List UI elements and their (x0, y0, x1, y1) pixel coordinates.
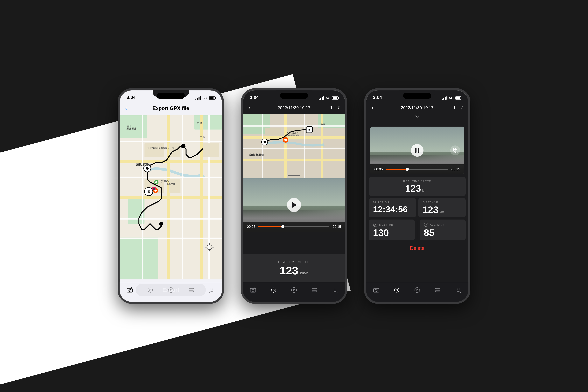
progress-bar-3: 00:05 -00:15 (370, 164, 464, 174)
svg-point-24 (159, 222, 163, 226)
svg-rect-112 (396, 292, 397, 292)
tab-list-3[interactable] (433, 285, 442, 295)
export-icon-3[interactable]: ⬆ (452, 105, 456, 110)
crosshair-icon[interactable] (205, 243, 214, 252)
speed-value-row-2: 123 km/h (280, 265, 308, 276)
svg-rect-118 (436, 290, 440, 290)
video-time-end-2: -00:15 (332, 225, 341, 228)
svg-point-89 (273, 289, 274, 291)
svg-marker-86 (254, 288, 255, 288)
svg-rect-98 (312, 291, 317, 292)
page-title-2: 2022/11/30 10:17 (278, 105, 310, 110)
svg-rect-65 (243, 136, 345, 139)
export-icon-2[interactable]: ⬆ (330, 105, 333, 110)
delete-button-3[interactable]: Delete (410, 245, 424, 251)
play-button-2[interactable] (287, 198, 301, 212)
distance-label-3: DISTANCE (422, 201, 438, 204)
drag-handle-2[interactable] (288, 175, 300, 176)
tab-parking-1[interactable]: P (166, 285, 176, 295)
collapse-button-3[interactable] (366, 114, 468, 120)
max-label-3: Max km/h (379, 223, 393, 226)
header-actions-2: ⬆ ⤴ (330, 105, 340, 110)
svg-rect-60 (189, 291, 194, 292)
svg-rect-71 (262, 114, 263, 178)
svg-rect-85 (250, 288, 256, 292)
duration-distance-row-3: DURATION 12:34:56 DISTANCE 123 km (369, 198, 466, 217)
tab-camera-1[interactable] (125, 285, 135, 295)
svg-marker-101 (455, 148, 457, 151)
tab-person-3[interactable] (453, 285, 463, 295)
video-time-start-3: 00:05 (374, 167, 383, 171)
video-player-3[interactable]: +10s 00:05 -00:15 (370, 126, 464, 174)
speed-number-2: 123 (280, 265, 298, 276)
tab-bar-3: P (366, 282, 468, 302)
share-icon-3[interactable]: ⤴ (460, 105, 463, 110)
share-icon-2[interactable]: ⤴ (338, 105, 340, 110)
svg-rect-93 (275, 290, 276, 290)
speedometer-avg-icon (424, 222, 428, 227)
tab-gallery-3[interactable] (392, 285, 402, 295)
speed-stat-value-3: 123 (405, 184, 421, 193)
tab-camera-2[interactable] (248, 285, 258, 295)
speedometer-max-icon (373, 222, 378, 227)
duration-box-3: DURATION 12:34:56 (369, 198, 416, 217)
tab-parking-3[interactable]: P (412, 285, 422, 295)
phone-2: 3:04 5G ‹ 2022/11/30 10:17 ⬆ ⤴ (241, 88, 347, 304)
pause-button-3[interactable] (411, 144, 424, 157)
svg-rect-91 (273, 292, 274, 292)
tab-gallery-2[interactable] (269, 285, 278, 295)
progress-track-2[interactable] (258, 226, 329, 227)
status-time-3: 3:04 (373, 95, 382, 100)
avg-value-3: 85 (424, 228, 434, 238)
svg-text:鷹隆國民小學: 鷹隆國民小學 (287, 134, 299, 136)
svg-rect-7 (166, 115, 170, 280)
svg-point-50 (148, 288, 152, 292)
svg-text:P: P (293, 289, 295, 292)
progress-thumb-3[interactable] (406, 168, 409, 171)
speed-box-3: REAL TIME SPEED 123 km/h (369, 177, 466, 196)
tab-camera-3[interactable] (371, 285, 381, 295)
svg-rect-90 (273, 288, 274, 288)
tab-parking-2[interactable]: P (289, 285, 299, 295)
svg-text:⊞: ⊞ (308, 128, 311, 131)
tab-list-2[interactable] (310, 285, 319, 295)
tab-person-2[interactable] (330, 285, 340, 295)
svg-text:P: P (170, 289, 172, 292)
back-button-3[interactable]: ‹ (372, 104, 374, 111)
progress-track-3[interactable] (386, 169, 448, 170)
back-button-2[interactable]: ‹ (248, 104, 250, 111)
battery-icon-3 (455, 96, 462, 100)
svg-rect-119 (436, 291, 440, 292)
map-area-1[interactable]: ⊞ 鷹比 鷹比鷹比 新北市新莊區鷹隆國民小學 中層 中層 鷹比 新莊站 安當約 (120, 115, 222, 280)
map-mini-2[interactable]: 中層 新北市新莊區 鷹隆國民小學 ⊞ 鷹比 新莊站 (243, 114, 345, 178)
tab-list-1[interactable] (186, 285, 196, 295)
svg-rect-11 (120, 218, 222, 220)
speed-panel-2: REAL TIME SPEED 123 km/h (243, 254, 345, 282)
back-button-1[interactable]: ‹ (125, 105, 127, 112)
map-mini-svg-2: 中層 新北市新莊區 鷹隆國民小學 ⊞ 鷹比 新莊站 (243, 114, 345, 178)
svg-text:P: P (416, 289, 418, 292)
svg-point-109 (394, 288, 399, 292)
tab-person-1[interactable] (207, 285, 217, 295)
phone-3: 3:04 5G ‹ 2022/11/30 10:17 ⬆ ⤴ (364, 88, 470, 304)
svg-text:新北市新莊區鷹隆國民小學: 新北市新莊區鷹隆國民小學 (147, 147, 174, 150)
tab-gallery-1[interactable] (146, 285, 155, 295)
svg-marker-47 (130, 288, 132, 288)
tab-bar-2: P (243, 282, 345, 302)
header-2: ‹ 2022/11/30 10:17 ⬆ ⤴ (243, 101, 345, 114)
progress-thumb-2[interactable] (281, 225, 284, 228)
max-value-3: 130 (373, 228, 389, 238)
battery-icon-1 (209, 96, 215, 100)
duration-value-3: 12:34:56 (373, 205, 408, 214)
fastforward-button-3[interactable]: +10s (450, 146, 460, 155)
svg-point-23 (181, 144, 186, 148)
svg-marker-100 (453, 148, 455, 151)
svg-point-88 (271, 288, 276, 292)
svg-point-105 (426, 224, 426, 225)
distance-value-3: 123 (422, 205, 438, 214)
video-player-2[interactable]: 00:05 -00:15 (243, 178, 345, 232)
svg-rect-12 (120, 238, 222, 239)
svg-rect-73 (264, 128, 282, 135)
svg-rect-69 (243, 125, 345, 126)
header-1: ‹ Export GPX file (120, 101, 222, 115)
